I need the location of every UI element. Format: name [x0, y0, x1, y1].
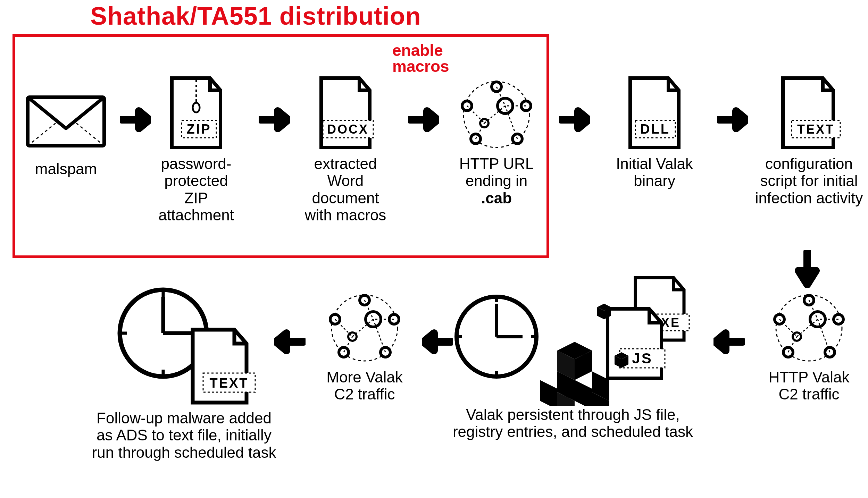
zip-label: password- protected ZIP attachment [151, 155, 241, 223]
node-zip: ZIP password- protected ZIP attachment [151, 75, 241, 223]
arrow-1 [120, 104, 151, 135]
svg-marker-49 [575, 380, 592, 406]
diagram-canvas: Shathak/TA551 distribution enable macros… [0, 0, 868, 498]
node-docx: DOCX extracted Word document with macros [295, 75, 396, 223]
cab-label: HTTP URL ending in .cab [451, 155, 542, 206]
c2-1-label: HTTP Valak C2 traffic [753, 369, 865, 403]
docx-tag: DOCX [327, 122, 369, 136]
file-docx-icon: DOCX [311, 75, 380, 151]
svg-text:TEXT: TEXT [209, 376, 249, 390]
enable-macros-line2: macros [392, 58, 449, 74]
node-followup: TEXT Follow-up malware added as ADS to t… [87, 278, 281, 461]
persist-icon: EXE JS [444, 267, 701, 406]
node-text-config: TEXT configuration script for initial in… [753, 75, 865, 206]
svg-point-4 [193, 103, 200, 112]
network-icon [458, 78, 535, 151]
docx-label: extracted Word document with macros [295, 155, 396, 223]
node-c2-1: HTTP Valak C2 traffic [753, 292, 865, 403]
file-dll-icon: DLL [620, 75, 689, 151]
node-persist: EXE JS Valak persistent through JS file [444, 267, 701, 440]
node-dll: DLL Initial Valak binary [604, 75, 705, 189]
text1-tag: TEXT [797, 122, 835, 136]
text1-label: configuration script for initial infecti… [753, 155, 865, 206]
malspam-label: malspam [21, 160, 111, 177]
envelope-icon [21, 87, 111, 156]
svg-line-2 [76, 123, 104, 146]
persist-label: Valak persistent through JS file, regist… [444, 406, 701, 440]
arrow-2 [259, 104, 290, 135]
arrow-7 [422, 326, 453, 357]
arrow-down [792, 250, 823, 288]
network-icon-3 [326, 292, 403, 364]
network-icon-2 [771, 292, 847, 364]
node-cab: HTTP URL ending in .cab [451, 78, 542, 206]
dll-label: Initial Valak binary [604, 155, 705, 189]
file-zip-icon: ZIP [165, 75, 227, 151]
node-c2-2: More Valak C2 traffic [312, 292, 417, 403]
node-malspam: malspam [21, 87, 111, 177]
svg-text:JS: JS [632, 350, 652, 366]
arrow-5 [717, 104, 748, 135]
arrow-4 [559, 104, 590, 135]
dll-tag: DLL [640, 122, 670, 136]
enable-macros-label: enable macros [392, 42, 449, 74]
arrow-8 [274, 326, 306, 357]
cab-label-bold: .cab [481, 189, 512, 206]
arrow-6 [713, 326, 745, 357]
cab-label-pre: HTTP URL ending in [459, 155, 534, 189]
file-text-icon: TEXT [773, 75, 845, 151]
svg-marker-52 [540, 380, 557, 406]
c2-2-label: More Valak C2 traffic [312, 369, 417, 403]
diagram-title: Shathak/TA551 distribution [90, 2, 421, 30]
zip-tag: ZIP [186, 122, 211, 136]
svg-line-1 [28, 123, 56, 146]
followup-label: Follow-up malware added as ADS to text f… [87, 410, 281, 461]
arrow-3 [408, 104, 439, 135]
followup-icon: TEXT [104, 278, 264, 410]
enable-macros-line1: enable [392, 42, 449, 58]
